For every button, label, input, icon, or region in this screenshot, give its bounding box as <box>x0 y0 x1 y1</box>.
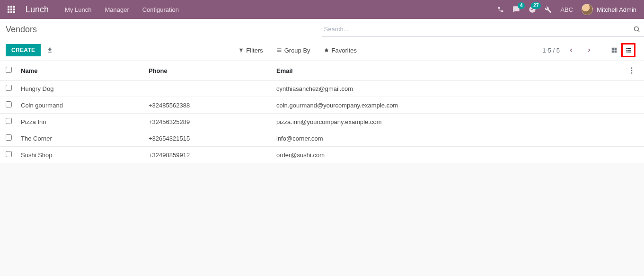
chevron-right-icon <box>586 47 592 53</box>
svg-rect-2 <box>612 48 614 50</box>
table-row[interactable]: Hungry Dogcynthiasanchez@gmail.com <box>0 80 644 97</box>
filter-bar: Filters Group By Favorites <box>238 47 357 54</box>
cell-phone: +32456325289 <box>145 114 273 130</box>
cell-spacer <box>627 97 644 114</box>
svg-rect-8 <box>626 50 627 51</box>
cell-spacer <box>627 114 644 130</box>
cell-email: pizza.inn@yourcompany.example.com <box>273 114 627 130</box>
control-panel-row-2: CREATE Filters Group By Favorites 1-5 / … <box>0 40 644 61</box>
row-checkbox-cell <box>0 97 17 114</box>
favorites-button[interactable]: Favorites <box>324 47 357 54</box>
groupby-button[interactable]: Group By <box>276 47 310 54</box>
cell-name: Pizza Inn <box>17 114 145 130</box>
cell-spacer <box>627 147 644 163</box>
nav-menu-configuration[interactable]: Configuration <box>142 6 179 13</box>
kanban-icon <box>611 47 618 53</box>
search-input[interactable] <box>324 26 634 33</box>
view-switcher <box>607 43 635 57</box>
svg-point-14 <box>631 72 633 74</box>
svg-rect-6 <box>626 48 627 49</box>
table-header-row: Name Phone Email <box>0 61 644 80</box>
cell-email: info@corner.com <box>273 130 627 147</box>
create-button[interactable]: CREATE <box>6 44 41 56</box>
cell-name: Coin gourmand <box>17 97 145 114</box>
phone-icon[interactable] <box>497 6 504 13</box>
filters-button[interactable]: Filters <box>238 47 263 54</box>
svg-rect-10 <box>626 52 627 53</box>
row-checkbox[interactable] <box>6 118 12 124</box>
import-button[interactable] <box>46 47 53 53</box>
header-checkbox-cell <box>0 61 17 80</box>
table-row[interactable]: The Corner+32654321515info@corner.com <box>0 130 644 147</box>
app-brand[interactable]: Lunch <box>26 5 49 15</box>
row-checkbox-cell <box>0 147 17 163</box>
top-navbar: Lunch My Lunch Manager Configuration 4 2… <box>0 0 644 19</box>
messages-icon[interactable]: 4 <box>512 6 520 13</box>
svg-rect-5 <box>615 51 617 53</box>
pager-prev[interactable] <box>565 45 578 55</box>
select-all-checkbox[interactable] <box>6 67 12 73</box>
list-view-icon <box>625 47 632 53</box>
pager-text[interactable]: 1-5 / 5 <box>542 47 560 54</box>
pager: 1-5 / 5 <box>542 43 638 57</box>
cell-name: Sushi Shop <box>17 147 145 163</box>
kanban-view-button[interactable] <box>607 43 621 57</box>
pager-next[interactable] <box>582 45 596 55</box>
activities-badge: 27 <box>531 2 541 9</box>
user-menu[interactable]: Mitchell Admin <box>582 4 636 15</box>
cell-spacer <box>627 130 644 147</box>
svg-point-12 <box>631 67 633 69</box>
header-name[interactable]: Name <box>17 61 145 80</box>
dots-vertical-icon <box>631 67 633 74</box>
header-phone[interactable]: Phone <box>145 61 273 80</box>
header-email[interactable]: Email <box>273 61 627 80</box>
svg-point-13 <box>631 70 633 71</box>
svg-rect-3 <box>615 48 617 50</box>
svg-line-1 <box>638 30 639 32</box>
nav-menu-manager[interactable]: Manager <box>105 6 129 13</box>
cell-email: coin.gourmand@yourcompany.example.com <box>273 97 627 114</box>
row-checkbox[interactable] <box>6 151 12 157</box>
list-view-button[interactable] <box>621 43 635 57</box>
favorites-label: Favorites <box>332 47 357 54</box>
svg-point-0 <box>635 27 639 31</box>
activities-icon[interactable]: 27 <box>529 6 536 13</box>
row-checkbox[interactable] <box>6 101 12 107</box>
cell-phone: +32485562388 <box>145 97 273 114</box>
svg-rect-4 <box>612 51 614 53</box>
groupby-label: Group By <box>284 47 310 54</box>
nav-menu-my-lunch[interactable]: My Lunch <box>65 6 91 13</box>
filters-label: Filters <box>246 47 263 54</box>
table-row[interactable]: Pizza Inn+32456325289pizza.inn@yourcompa… <box>0 114 644 130</box>
search-icon[interactable] <box>633 26 640 33</box>
chevron-left-icon <box>568 47 574 53</box>
row-checkbox[interactable] <box>6 85 12 91</box>
table-row[interactable]: Coin gourmand+32485562388coin.gourmand@y… <box>0 97 644 114</box>
svg-rect-7 <box>627 48 631 49</box>
cell-spacer <box>627 80 644 97</box>
user-name: Mitchell Admin <box>597 6 636 13</box>
cell-name: The Corner <box>17 130 145 147</box>
row-checkbox-cell <box>0 80 17 97</box>
cell-name: Hungry Dog <box>17 80 145 97</box>
row-checkbox-cell <box>0 130 17 147</box>
cell-email: cynthiasanchez@gmail.com <box>273 80 627 97</box>
page-title: Vendors <box>0 25 37 35</box>
row-checkbox[interactable] <box>6 134 12 141</box>
list-icon <box>276 47 282 53</box>
table-row[interactable]: Sushi Shop+32498859912order@sushi.com <box>0 147 644 163</box>
avatar <box>582 4 593 15</box>
company-name[interactable]: ABC <box>560 6 573 13</box>
svg-rect-11 <box>627 52 631 53</box>
cell-phone <box>145 80 273 97</box>
vendors-table: Name Phone Email Hungry Dogcynthiasanche… <box>0 61 644 163</box>
tools-icon[interactable] <box>545 6 552 13</box>
nav-menu: My Lunch Manager Configuration <box>65 6 179 13</box>
star-icon <box>324 47 329 53</box>
apps-icon[interactable] <box>8 6 15 13</box>
navbar-right: 4 27 ABC Mitchell Admin <box>497 4 636 15</box>
control-panel-row-1: Vendors <box>0 19 644 40</box>
messages-badge: 4 <box>518 2 525 9</box>
header-options[interactable] <box>627 61 644 80</box>
svg-rect-9 <box>627 50 631 51</box>
